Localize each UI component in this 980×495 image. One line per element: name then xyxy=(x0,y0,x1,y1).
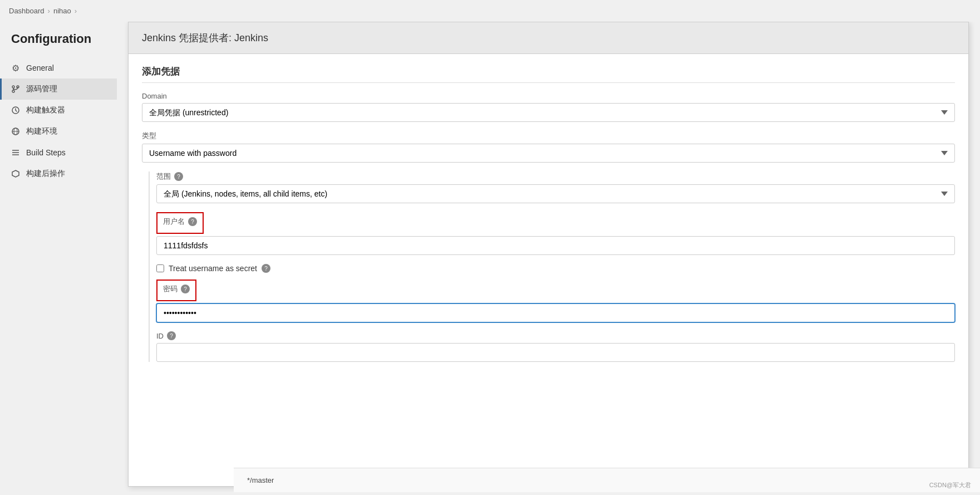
sidebar-item-build-steps[interactable]: Build Steps xyxy=(0,142,117,163)
indented-section: 范围 ? 全局 (Jenkins, nodes, items, all chil… xyxy=(149,171,955,362)
watermark: CSDN@军大君 xyxy=(929,481,971,489)
scope-help-icon[interactable]: ? xyxy=(174,172,183,181)
password-group: 密码? xyxy=(156,280,955,322)
password-help-icon[interactable]: ? xyxy=(181,285,190,293)
modal-header: Jenkins 凭据提供者: Jenkins xyxy=(129,22,968,54)
sidebar-label-build-steps: Build Steps xyxy=(26,148,66,157)
modal-panel: Jenkins 凭据提供者: Jenkins 添加凭据 Domain 全局凭据 … xyxy=(128,22,969,487)
section-title: 添加凭据 xyxy=(142,65,955,83)
globe-icon xyxy=(11,126,21,136)
sidebar-label-general: General xyxy=(26,63,54,72)
treat-as-secret-row: Treat username as secret ? xyxy=(156,264,955,273)
sidebar-item-build-env[interactable]: 构建环境 xyxy=(0,121,117,142)
username-group: 用户名? xyxy=(156,212,955,255)
bottom-text: */master xyxy=(247,476,274,484)
sidebar-item-source-mgmt[interactable]: 源码管理 xyxy=(0,79,117,100)
svg-point-0 xyxy=(12,86,14,88)
password-label: 密码? xyxy=(163,284,190,294)
modal-body: 添加凭据 Domain 全局凭据 (unrestricted) 类型 xyxy=(129,54,968,382)
scope-group: 范围 ? 全局 (Jenkins, nodes, items, all chil… xyxy=(156,171,955,203)
sidebar-label-build-env: 构建环境 xyxy=(26,126,57,136)
sidebar-label-build-trigger: 构建触发器 xyxy=(26,105,65,115)
breadcrumb: Dashboard › nihao › xyxy=(0,0,980,22)
id-group: ID ? xyxy=(156,331,955,362)
sidebar-title: Configuration xyxy=(0,27,117,57)
scope-label: 范围 ? xyxy=(156,171,955,182)
password-full-input[interactable] xyxy=(156,303,955,322)
type-label: 类型 xyxy=(142,131,955,141)
sidebar-label-source-mgmt: 源码管理 xyxy=(26,84,57,94)
username-label: 用户名? xyxy=(163,217,197,227)
id-help-icon[interactable]: ? xyxy=(167,331,176,340)
treat-as-secret-label: Treat username as secret xyxy=(169,264,257,273)
breadcrumb-dashboard[interactable]: Dashboard xyxy=(9,7,45,15)
breadcrumb-sep-2: › xyxy=(75,7,77,15)
gear-icon: ⚙ xyxy=(11,63,21,73)
branch-icon xyxy=(11,84,21,94)
svg-marker-10 xyxy=(12,170,19,177)
content-area: Jenkins 凭据提供者: Jenkins 添加凭据 Domain 全局凭据 … xyxy=(117,22,980,492)
sidebar-item-general[interactable]: ⚙ General xyxy=(0,57,117,79)
breadcrumb-nihao[interactable]: nihao xyxy=(53,7,71,15)
domain-select[interactable]: 全局凭据 (unrestricted) xyxy=(142,103,955,122)
clock-icon xyxy=(11,105,21,115)
scope-select[interactable]: 全局 (Jenkins, nodes, items, all child ite… xyxy=(156,184,955,203)
hexagon-icon xyxy=(11,169,21,179)
sidebar-item-build-trigger[interactable]: 构建触发器 xyxy=(0,100,117,121)
treat-as-secret-help-icon[interactable]: ? xyxy=(262,264,270,273)
username-help-icon[interactable]: ? xyxy=(188,217,197,226)
svg-point-1 xyxy=(12,90,14,92)
sidebar-label-post-build: 构建后操作 xyxy=(26,169,65,179)
sidebar: Configuration ⚙ General 源码管理 xyxy=(0,22,117,492)
breadcrumb-sep-1: › xyxy=(48,7,50,15)
domain-group: Domain 全局凭据 (unrestricted) xyxy=(142,92,955,122)
id-label: ID ? xyxy=(156,331,955,340)
id-input[interactable] xyxy=(156,343,955,362)
list-icon xyxy=(11,148,21,158)
type-select[interactable]: Username with password xyxy=(142,144,955,163)
username-input[interactable] xyxy=(156,236,955,255)
domain-label: Domain xyxy=(142,92,955,100)
type-group: 类型 Username with password xyxy=(142,131,955,163)
sidebar-item-post-build[interactable]: 构建后操作 xyxy=(0,163,117,184)
treat-as-secret-checkbox[interactable] xyxy=(156,264,164,272)
bottom-bar: */master xyxy=(234,468,980,492)
modal-title: Jenkins 凭据提供者: Jenkins xyxy=(142,32,268,43)
